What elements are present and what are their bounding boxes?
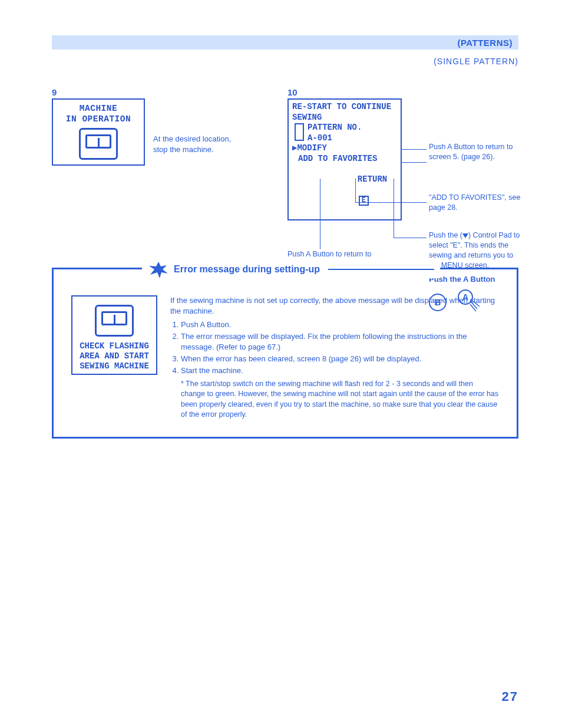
- error-note: * The start/stop switch on the sewing ma…: [181, 379, 499, 420]
- leader-line: [394, 238, 427, 238]
- title-rule: [328, 269, 434, 270]
- page-number: 27: [502, 689, 518, 704]
- down-arrow-icon: [462, 233, 468, 238]
- sewing-machine-flash-icon: [95, 305, 134, 337]
- error-step: The error message will be displayed. Fix…: [181, 331, 499, 353]
- error-title-bar: Error message during setting-up: [142, 261, 440, 278]
- lcd-line-modify: ▶MODIFY: [292, 143, 397, 154]
- annot-text: Push the (: [429, 231, 462, 239]
- lcd-line-favorites: ADD TO FAVORITES: [292, 154, 397, 164]
- error-callout-panel: Error message during setting-up CHECK FL…: [52, 268, 518, 438]
- step-number: 10: [287, 87, 518, 97]
- leader-line: [394, 179, 394, 238]
- lcd-error-screen: CHECK FLASHING AREA AND START SEWING MAC…: [71, 295, 157, 374]
- step-number: 9: [52, 87, 282, 97]
- leader-line: [402, 162, 427, 163]
- error-instructions: If the sewing machine is not set up corr…: [170, 295, 499, 420]
- leader-line: [402, 149, 427, 150]
- manual-page: (PATTERNS) (SINGLE PATTERN) 9 MACHINE IN…: [0, 0, 562, 728]
- lcd-machine-in-operation: MACHINE IN OPERATION: [52, 98, 145, 166]
- leader-line: [320, 179, 320, 249]
- lcd-line-return: RETURN E: [292, 164, 397, 216]
- error-step: Push A Button.: [181, 319, 499, 330]
- burst-icon: [148, 261, 169, 278]
- step-9-caption: At the desired location, stop the machin…: [153, 134, 247, 155]
- error-step: When the error has been cleared, screen …: [181, 354, 499, 364]
- lcd-line: RE-START TO CONTINUE: [292, 102, 397, 113]
- error-step: Start the machine.: [181, 365, 499, 376]
- step-10: 10 RE-START TO CONTINUE SEWING PATTERN N…: [287, 87, 518, 220]
- subsection-title: (SINGLE PATTERN): [52, 57, 518, 66]
- annotation-modify: Push A Button to return to screen 5. (pa…: [429, 142, 523, 162]
- pattern-thumb-icon: [295, 123, 304, 141]
- svg-marker-2: [149, 262, 168, 278]
- error-title: Error message during setting-up: [174, 264, 320, 275]
- lcd-line: A-001: [292, 133, 397, 144]
- error-steps-list: Push A Button. The error message will be…: [181, 319, 499, 377]
- leader-line: [355, 202, 427, 203]
- steps-row: 9 MACHINE IN OPERATION At the desired lo…: [52, 87, 518, 220]
- lcd-e-icon: E: [359, 196, 369, 206]
- section-title: (PATTERNS): [457, 38, 513, 48]
- lcd-line: SEWING: [292, 113, 397, 123]
- step-9: 9 MACHINE IN OPERATION At the desired lo…: [52, 87, 282, 220]
- leader-line: [355, 179, 356, 202]
- annotation-favorites: "ADD TO FAVORITES", see page 28.: [429, 193, 523, 213]
- lcd-return-label: RETURN: [358, 174, 387, 184]
- lcd-title: MACHINE IN OPERATION: [59, 103, 138, 124]
- error-intro: If the sewing machine is not set up corr…: [170, 295, 499, 317]
- sewing-machine-icon: [79, 128, 118, 160]
- lcd-error-text: CHECK FLASHING AREA AND START SEWING MAC…: [76, 341, 153, 371]
- section-bar: (PATTERNS): [52, 35, 518, 50]
- lcd-line: PATTERN NO.: [292, 123, 397, 133]
